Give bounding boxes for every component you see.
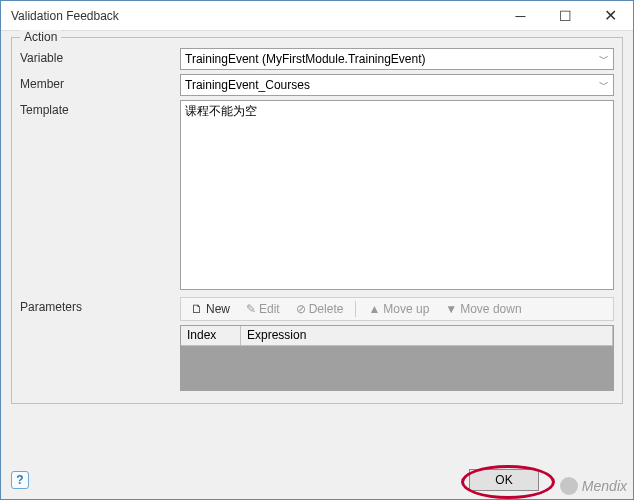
template-textarea[interactable] [180, 100, 614, 290]
variable-label: Variable [20, 48, 180, 65]
triangle-down-icon: ▼ [445, 302, 457, 316]
chevron-down-icon: ﹀ [595, 52, 609, 66]
titlebar: Validation Feedback ─ ☐ ✕ [1, 1, 633, 31]
member-label: Member [20, 74, 180, 91]
groupbox-title: Action [20, 30, 61, 44]
member-row: Member TrainingEvent_Courses ﹀ [20, 74, 614, 96]
chevron-down-icon: ﹀ [595, 78, 609, 92]
minimize-button[interactable]: ─ [498, 1, 543, 30]
delete-button[interactable]: ⊘ Delete [290, 300, 350, 318]
dialog-window: Validation Feedback ─ ☐ ✕ Action Variabl… [0, 0, 634, 500]
moveup-label: Move up [383, 302, 429, 316]
parameters-label: Parameters [20, 297, 180, 314]
pencil-icon: ✎ [246, 302, 256, 316]
parameters-toolbar: 🗋 New ✎ Edit ⊘ Delete ▲ [180, 297, 614, 321]
col-expression[interactable]: Expression [241, 326, 613, 345]
maximize-button[interactable]: ☐ [543, 1, 588, 30]
member-value: TrainingEvent_Courses [185, 78, 595, 92]
ok-label: OK [495, 473, 512, 487]
close-button[interactable]: ✕ [588, 1, 633, 30]
delete-label: Delete [309, 302, 344, 316]
triangle-up-icon: ▲ [368, 302, 380, 316]
new-label: New [206, 302, 230, 316]
ok-button[interactable]: OK [469, 469, 539, 491]
parameters-grid[interactable]: Index Expression [180, 325, 614, 391]
variable-value: TrainingEvent (MyFirstModule.TrainingEve… [185, 52, 595, 66]
grid-header: Index Expression [181, 326, 613, 346]
variable-row: Variable TrainingEvent (MyFirstModule.Tr… [20, 48, 614, 70]
action-groupbox: Action Variable TrainingEvent (MyFirstMo… [11, 37, 623, 404]
dialog-content: Action Variable TrainingEvent (MyFirstMo… [1, 31, 633, 420]
prohibit-icon: ⊘ [296, 302, 306, 316]
parameters-row: Parameters 🗋 New ✎ Edit ⊘ Dele [20, 297, 614, 391]
grid-body [181, 346, 613, 390]
help-icon[interactable]: ? [11, 471, 29, 489]
file-icon: 🗋 [191, 302, 203, 316]
new-button[interactable]: 🗋 New [185, 300, 236, 318]
template-label: Template [20, 100, 180, 117]
template-row: Template [20, 100, 614, 293]
window-controls: ─ ☐ ✕ [498, 1, 633, 30]
movedown-label: Move down [460, 302, 521, 316]
window-title: Validation Feedback [11, 9, 498, 23]
variable-select[interactable]: TrainingEvent (MyFirstModule.TrainingEve… [180, 48, 614, 70]
edit-button[interactable]: ✎ Edit [240, 300, 286, 318]
col-index[interactable]: Index [181, 326, 241, 345]
dialog-footer: ? OK [11, 469, 623, 491]
edit-label: Edit [259, 302, 280, 316]
toolbar-separator [355, 301, 356, 317]
move-down-button[interactable]: ▼ Move down [439, 300, 527, 318]
member-select[interactable]: TrainingEvent_Courses ﹀ [180, 74, 614, 96]
move-up-button[interactable]: ▲ Move up [362, 300, 435, 318]
